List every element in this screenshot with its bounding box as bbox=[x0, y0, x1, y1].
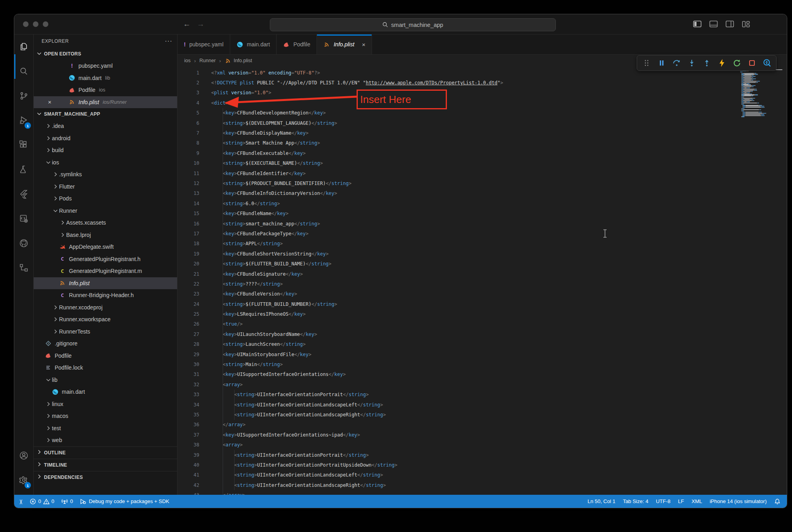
code-line-43[interactable]: 43</array> bbox=[177, 490, 787, 495]
status-remote[interactable]: >< bbox=[19, 499, 23, 504]
tree-item-linux[interactable]: linux bbox=[34, 398, 177, 410]
toggle-sidebar-button[interactable] bbox=[693, 20, 702, 28]
code-line-17[interactable]: 17<key>CFBundlePackageType</key> bbox=[177, 229, 787, 238]
close-tab-icon[interactable]: × bbox=[362, 41, 365, 48]
tree-item-info-plist[interactable]: Info.plist bbox=[34, 277, 177, 290]
code-line-10[interactable]: 10<string>$(EXECUTABLE_NAME)</string> bbox=[177, 158, 787, 168]
tab-pubspec-yaml[interactable]: !pubspec.yaml bbox=[177, 34, 230, 54]
tree-item-build[interactable]: build bbox=[34, 144, 177, 156]
tab-podfile[interactable]: Podfile bbox=[277, 34, 317, 54]
code-line-21[interactable]: 21<key>CFBundleSignature</key> bbox=[177, 269, 787, 279]
close-editor-icon[interactable]: × bbox=[48, 99, 52, 105]
project-section-header[interactable]: SMART_MACHINE_APP bbox=[34, 108, 177, 120]
zoom-window-button[interactable] bbox=[43, 21, 48, 27]
debug-restart-button[interactable] bbox=[731, 57, 743, 69]
activity-item-accounts[interactable] bbox=[14, 443, 33, 468]
breadcrumb-item-ios[interactable]: ios bbox=[184, 58, 191, 63]
code-line-28[interactable]: 28<string>LaunchScreen</string> bbox=[177, 339, 787, 349]
debug-pause-button[interactable] bbox=[655, 57, 668, 69]
tree-item-lib[interactable]: lib bbox=[34, 374, 177, 386]
code-line-33[interactable]: 33<string>UIInterfaceOrientationPortrait… bbox=[177, 390, 787, 400]
code-line-15[interactable]: 15<key>CFBundleName</key> bbox=[177, 208, 787, 218]
code-line-32[interactable]: 32<array> bbox=[177, 379, 787, 389]
toggle-secondary-sidebar-button[interactable] bbox=[725, 20, 734, 28]
activity-item-source-control[interactable] bbox=[14, 84, 33, 108]
activity-item-explorer[interactable] bbox=[14, 34, 33, 59]
customize-layout-button[interactable] bbox=[742, 20, 750, 28]
debug-hot-reload-button[interactable] bbox=[716, 57, 728, 69]
open-editors-header[interactable]: OPEN EDITORS bbox=[34, 48, 177, 60]
code-line-25[interactable]: 25<key>LSRequiresIPhoneOS</key> bbox=[177, 309, 787, 319]
code-line-19[interactable]: 19<key>CFBundleShortVersionString</key> bbox=[177, 249, 787, 259]
minimize-window-button[interactable] bbox=[33, 21, 38, 27]
debug-step-over-button[interactable] bbox=[670, 57, 683, 69]
tree-item-pods[interactable]: Pods bbox=[34, 193, 177, 205]
code-line-24[interactable]: 24<string>$(FLUTTER_BUILD_NUMBER)</strin… bbox=[177, 299, 787, 309]
status-ports[interactable]: 0 bbox=[61, 498, 73, 505]
tree-item-runner-xcodeproj[interactable]: Runner.xcodeproj bbox=[34, 301, 177, 314]
tree-item-main-dart[interactable]: main.dart bbox=[34, 386, 177, 398]
code-line-12[interactable]: 12<string>$(PRODUCT_BUNDLE_IDENTIFIER)</… bbox=[177, 178, 787, 188]
status-language-mode[interactable]: XML bbox=[691, 498, 702, 504]
code-line-16[interactable]: 16<string>smart_machine_app</string> bbox=[177, 219, 787, 229]
tree-item-flutter[interactable]: Flutter bbox=[34, 181, 177, 193]
toggle-panel-button[interactable] bbox=[709, 20, 718, 28]
tree-item-base-lproj[interactable]: Base.lproj bbox=[34, 229, 177, 241]
status-device[interactable]: iPhone 14 (ios simulator) bbox=[710, 498, 767, 504]
status-indentation[interactable]: Tab Size: 4 bbox=[623, 498, 648, 504]
activity-item-testing[interactable] bbox=[14, 157, 33, 182]
open-editor-pubspec-yaml[interactable]: !pubspec.yaml bbox=[34, 60, 177, 72]
breadcrumb-item-info-plist[interactable]: Info.plist bbox=[225, 57, 252, 64]
tree-item-test[interactable]: test bbox=[34, 422, 177, 435]
close-window-button[interactable] bbox=[23, 21, 29, 27]
section-dependencies[interactable]: DEPENDENCIES bbox=[34, 471, 177, 483]
debug-stop-button[interactable] bbox=[746, 57, 758, 69]
tab-main-dart[interactable]: main.dart bbox=[230, 34, 277, 54]
tree-item-runner-xcworkspace[interactable]: Runner.xcworkspace bbox=[34, 313, 177, 326]
activity-item-github[interactable] bbox=[14, 231, 33, 256]
code-line-35[interactable]: 35<string>UIInterfaceOrientationLandscap… bbox=[177, 410, 787, 419]
minimap[interactable] bbox=[740, 68, 784, 117]
code-line-20[interactable]: 20<string>$(FLUTTER_BUILD_NAME)</string> bbox=[177, 259, 787, 269]
tree-item-generatedpluginregistrant-m[interactable]: CGeneratedPluginRegistrant.m bbox=[34, 265, 177, 277]
section-outline[interactable]: OUTLINE bbox=[34, 446, 177, 459]
breadcrumb-item-runner[interactable]: Runner bbox=[199, 58, 216, 63]
tree-item--symlinks[interactable]: .symlinks bbox=[34, 168, 177, 181]
code-line-37[interactable]: 37<key>UISupportedInterfaceOrientations~… bbox=[177, 430, 787, 440]
code-line-40[interactable]: 40<string>UIInterfaceOrientationPortrait… bbox=[177, 460, 787, 470]
open-editor-main-dart[interactable]: main.dartlib bbox=[34, 72, 177, 84]
command-center-search[interactable]: smart_machine_app bbox=[270, 18, 556, 31]
status-launch-config[interactable]: Debug my code + packages + SDK bbox=[80, 498, 169, 505]
code-line-36[interactable]: 36</array> bbox=[177, 420, 787, 430]
code-line-39[interactable]: 39<string>UIInterfaceOrientationPortrait… bbox=[177, 450, 787, 460]
code-line-42[interactable]: 42<string>UIInterfaceOrientationLandscap… bbox=[177, 480, 787, 490]
tree-item-ios[interactable]: ios bbox=[34, 156, 177, 169]
activity-item-settings[interactable]: 1 bbox=[14, 468, 33, 492]
status-encoding[interactable]: UTF-8 bbox=[656, 498, 670, 504]
activity-item-devtools[interactable] bbox=[14, 206, 33, 231]
more-actions-icon[interactable]: ··· bbox=[165, 38, 172, 45]
code-line-34[interactable]: 34<string>UIInterfaceOrientationLandscap… bbox=[177, 400, 787, 410]
code-line-18[interactable]: 18<string>APPL</string> bbox=[177, 239, 787, 249]
tree-item-generatedpluginregistrant-h[interactable]: CGeneratedPluginRegistrant.h bbox=[34, 253, 177, 265]
code-line-7[interactable]: 7<key>CFBundleDisplayName</key> bbox=[177, 128, 787, 138]
tree-item-runner-bridging-header-h[interactable]: CRunner-Bridging-Header.h bbox=[34, 289, 177, 301]
tree-item-podfile-lock[interactable]: Podfile.lock bbox=[34, 362, 177, 374]
tree-item-assets-xcassets[interactable]: Assets.xcassets bbox=[34, 217, 177, 229]
code-line-14[interactable]: 14<string>6.0</string> bbox=[177, 198, 787, 208]
history-back-button[interactable]: ← bbox=[183, 20, 191, 29]
tree-item-podfile[interactable]: Podfile bbox=[34, 350, 177, 362]
open-editor-info-plist[interactable]: ×Info.plistios/Runner bbox=[34, 96, 177, 109]
code-line-13[interactable]: 13<key>CFBundleInfoDictionaryVersion</ke… bbox=[177, 189, 787, 198]
tab-info-plist[interactable]: Info.plist× bbox=[317, 34, 372, 54]
activity-item-search[interactable] bbox=[14, 59, 33, 84]
debug-flutter-inspector-button[interactable] bbox=[761, 57, 773, 69]
code-line-8[interactable]: 8<string>Smart Machine App</string> bbox=[177, 138, 787, 148]
tree-item-runnertests[interactable]: RunnerTests bbox=[34, 326, 177, 338]
tree-item--gitignore[interactable]: .gitignore bbox=[34, 338, 177, 350]
status-cursor-position[interactable]: Ln 50, Col 1 bbox=[588, 498, 615, 504]
open-editor-podfile[interactable]: Podfileios bbox=[34, 84, 177, 96]
code-line-41[interactable]: 41<string>UIInterfaceOrientationLandscap… bbox=[177, 470, 787, 480]
activity-item-run-debug[interactable]: 1 bbox=[14, 108, 33, 133]
tree-item--idea[interactable]: .idea bbox=[34, 120, 177, 132]
